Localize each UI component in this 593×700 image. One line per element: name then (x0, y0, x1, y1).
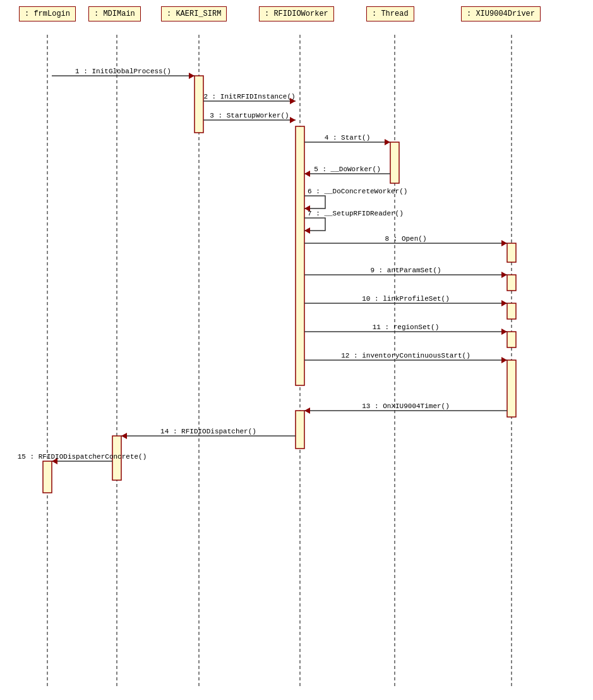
svg-marker-34 (304, 227, 310, 234)
svg-rect-6 (195, 76, 203, 133)
svg-text:9 : antParamSet(): 9 : antParamSet() (370, 267, 441, 274)
svg-rect-7 (296, 126, 304, 385)
lifeline-Thread: : Thread (366, 6, 414, 21)
svg-marker-52 (304, 407, 310, 414)
svg-marker-58 (52, 458, 57, 464)
svg-rect-10 (507, 275, 516, 291)
svg-text:12 : inventoryContinuousStart(: 12 : inventoryContinuousStart() (341, 352, 470, 359)
svg-text:15 : RFIDIODispatcherConcrete(: 15 : RFIDIODispatcherConcrete() (18, 453, 147, 461)
svg-text:5 : __DoWorker(): 5 : __DoWorker() (314, 166, 381, 173)
lifeline-XIU9004Driver: : XIU9004Driver (461, 6, 541, 21)
svg-rect-15 (112, 436, 121, 480)
lifeline-KAERI_SIRM: : KAERI_SIRM (161, 6, 227, 21)
svg-text:6 : __DoConcreteWorker(): 6 : __DoConcreteWorker() (308, 188, 407, 195)
svg-marker-49 (501, 357, 507, 363)
svg-rect-16 (43, 461, 52, 493)
svg-text:3 : StartupWorker(): 3 : StartupWorker() (210, 112, 289, 119)
svg-marker-27 (385, 139, 390, 145)
lifeline-RFIDIOWorker: : RFIDIOWorker (259, 6, 334, 21)
svg-rect-8 (390, 142, 399, 183)
svg-rect-12 (507, 332, 516, 347)
svg-text:10 : linkProfileSet(): 10 : linkProfileSet() (362, 295, 450, 303)
svg-marker-40 (501, 272, 507, 278)
svg-marker-18 (189, 73, 195, 79)
svg-marker-32 (304, 205, 310, 212)
svg-marker-37 (501, 240, 507, 246)
svg-marker-55 (121, 433, 127, 439)
sequence-diagram: 1 : InitGlobalProcess()2 : InitRFIDInsta… (0, 0, 593, 700)
lifeline-MDIMain: : MDIMain (88, 6, 141, 21)
svg-rect-13 (507, 360, 516, 417)
svg-text:11 : regionSet(): 11 : regionSet() (373, 323, 440, 331)
svg-marker-21 (290, 98, 296, 104)
svg-marker-46 (501, 329, 507, 335)
svg-marker-24 (290, 117, 296, 123)
svg-text:4 : Start(): 4 : Start() (325, 134, 371, 142)
svg-text:7 : __SetupRFIDReader(): 7 : __SetupRFIDReader() (308, 210, 404, 217)
svg-rect-14 (296, 411, 304, 449)
lifeline-frmLogin: : frmLogin (19, 6, 76, 21)
svg-rect-11 (507, 303, 516, 319)
svg-text:2 : InitRFIDInstance(): 2 : InitRFIDInstance() (203, 93, 295, 100)
svg-text:8 : Open(): 8 : Open() (385, 235, 426, 243)
svg-text:14 : RFIDIODispatcher(): 14 : RFIDIODispatcher() (160, 428, 256, 435)
svg-marker-43 (501, 300, 507, 306)
svg-marker-30 (304, 171, 310, 177)
svg-rect-9 (507, 243, 516, 262)
svg-text:1 : InitGlobalProcess(): 1 : InitGlobalProcess() (75, 68, 171, 75)
svg-text:13 : OnXIU9004Timer(): 13 : OnXIU9004Timer() (362, 402, 450, 410)
